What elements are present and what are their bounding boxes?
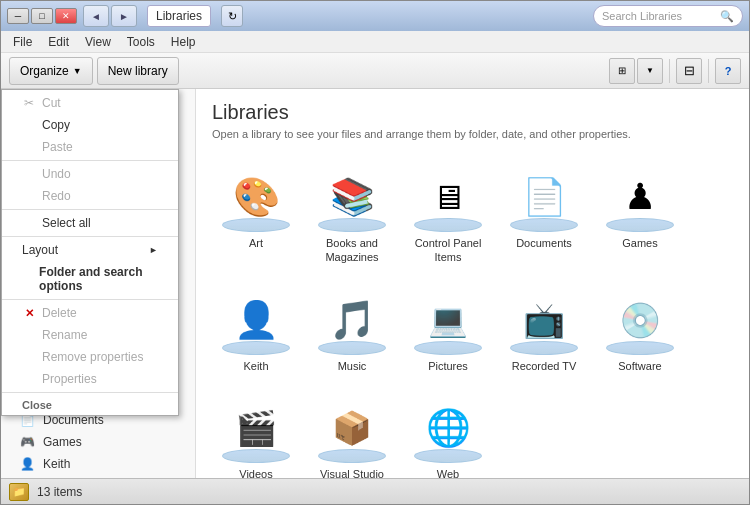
software-label: Software (618, 359, 661, 373)
main-title: Libraries (212, 101, 733, 124)
ctx-sep-5 (2, 392, 178, 393)
recorded-tv-label: Recorded TV (512, 359, 577, 373)
library-pictures[interactable]: 💻 Pictures (404, 279, 492, 379)
preview-icon: ⊟ (684, 63, 695, 78)
minimize-button[interactable]: ─ (7, 8, 29, 24)
ctx-cut[interactable]: ✂ Cut (2, 92, 178, 114)
ctx-delete[interactable]: ✕ Delete (2, 302, 178, 324)
title-nav: ◄ ► (83, 5, 137, 27)
library-videos[interactable]: 🎬 Videos (212, 387, 300, 478)
library-control[interactable]: 🖥 Control PanelItems (404, 156, 492, 271)
title-bar: ─ □ ✕ ◄ ► Libraries ↻ Search Libraries 🔍 (1, 1, 749, 31)
ctx-paste-label: Paste (42, 140, 73, 154)
sidebar-item-keith[interactable]: 👤 Keith (1, 453, 195, 475)
view-dropdown-button[interactable]: ▼ (637, 58, 663, 84)
menu-edit[interactable]: Edit (40, 33, 77, 51)
menu-tools[interactable]: Tools (119, 33, 163, 51)
content-area: ✂ Cut Copy Paste Undo R (1, 89, 749, 478)
documents-icon-wrap: 📄 (508, 162, 580, 232)
web-apps-icon-wrap: 🌐 (412, 393, 484, 463)
games-label: Games (622, 236, 657, 250)
ctx-sep-2 (2, 209, 178, 210)
ctx-sep-3 (2, 236, 178, 237)
address-bar[interactable]: Libraries (147, 5, 211, 27)
control-label: Control PanelItems (415, 236, 482, 265)
ctx-folderopts[interactable]: Folder and search options (2, 261, 178, 297)
ctx-properties[interactable]: Properties (2, 368, 178, 390)
documents-label: Documents (516, 236, 572, 250)
maximize-button[interactable]: □ (31, 8, 53, 24)
main-panel: Libraries Open a library to see your fil… (196, 89, 749, 478)
books-icon-wrap: 📚 (316, 162, 388, 232)
window-controls: ─ □ ✕ (7, 8, 77, 24)
forward-button[interactable]: ► (111, 5, 137, 27)
art-platform (222, 218, 290, 232)
menu-help[interactable]: Help (163, 33, 204, 51)
sidebar: ✂ Cut Copy Paste Undo R (1, 89, 196, 478)
vs2010-platform (318, 449, 386, 463)
view-icon: ⊞ (618, 65, 626, 76)
ctx-paste[interactable]: Paste (2, 136, 178, 158)
lib-documents-icon: 📄 (522, 176, 567, 218)
ctx-rename[interactable]: Rename (2, 324, 178, 346)
ctx-selectall[interactable]: Select all (2, 212, 178, 234)
menu-bar: File Edit View Tools Help (1, 31, 749, 53)
library-documents[interactable]: 📄 Documents (500, 156, 588, 271)
library-art[interactable]: 🎨 Art (212, 156, 300, 271)
library-music[interactable]: 🎵 Music (308, 279, 396, 379)
library-recorded-tv[interactable]: 📺 Recorded TV (500, 279, 588, 379)
lib-games-icon: ♟ (624, 176, 656, 218)
web-apps-label: Web Applications (408, 467, 488, 478)
ctx-properties-label: Properties (42, 372, 97, 386)
books-icon: 📚 (330, 176, 375, 218)
ctx-sep-1 (2, 160, 178, 161)
help-button[interactable]: ? (715, 58, 741, 84)
library-games[interactable]: ♟ Games (596, 156, 684, 271)
web-apps-platform (414, 449, 482, 463)
recorded-tv-platform (510, 341, 578, 355)
ctx-sep-4 (2, 299, 178, 300)
ctx-undo[interactable]: Undo (2, 163, 178, 185)
view-icon-button[interactable]: ⊞ (609, 58, 635, 84)
refresh-button[interactable]: ↻ (221, 5, 243, 27)
organize-button[interactable]: Organize ▼ (9, 57, 93, 85)
library-books[interactable]: 📚 Books andMagazines (308, 156, 396, 271)
control-icon-wrap: 🖥 (412, 162, 484, 232)
pictures-label: Pictures (428, 359, 468, 373)
main-subtitle: Open a library to see your files and arr… (212, 128, 733, 140)
library-software[interactable]: 💿 Software (596, 279, 684, 379)
cut-icon: ✂ (22, 96, 36, 110)
delete-icon: ✕ (22, 307, 36, 320)
sidebar-item-music[interactable]: 🎵 Music (1, 475, 195, 478)
ctx-layout[interactable]: Layout ► (2, 239, 178, 261)
lib-vs2010-icon: 📦 (332, 409, 372, 447)
back-button[interactable]: ◄ (83, 5, 109, 27)
keith-icon: 👤 (17, 456, 37, 472)
ctx-copy[interactable]: Copy (2, 114, 178, 136)
menu-file[interactable]: File (5, 33, 40, 51)
status-folder-icon: 📁 (9, 483, 29, 501)
status-bar: 📁 13 items (1, 478, 749, 504)
ctx-removeprops[interactable]: Remove properties (2, 346, 178, 368)
books-label: Books andMagazines (325, 236, 378, 265)
documents-platform (510, 218, 578, 232)
lib-recorded-tv-icon: 📺 (523, 300, 565, 340)
library-web-apps[interactable]: 🌐 Web Applications (404, 387, 492, 478)
library-vs2010[interactable]: 📦 Visual Studio2010 (308, 387, 396, 478)
close-button[interactable]: ✕ (55, 8, 77, 24)
games-platform (606, 218, 674, 232)
software-platform (606, 341, 674, 355)
ctx-delete-label: Delete (42, 306, 77, 320)
search-box[interactable]: Search Libraries 🔍 (593, 5, 743, 27)
sidebar-label-keith: Keith (43, 457, 70, 471)
sidebar-item-games[interactable]: 🎮 Games (1, 431, 195, 453)
lib-web-apps-icon: 🌐 (426, 407, 471, 449)
control-platform (414, 218, 482, 232)
new-library-button[interactable]: New library (97, 57, 179, 85)
library-keith[interactable]: 👤 Keith (212, 279, 300, 379)
organize-label: Organize (20, 64, 69, 78)
preview-button[interactable]: ⊟ (676, 58, 702, 84)
ctx-redo[interactable]: Redo (2, 185, 178, 207)
ctx-removeprops-label: Remove properties (42, 350, 143, 364)
menu-view[interactable]: View (77, 33, 119, 51)
